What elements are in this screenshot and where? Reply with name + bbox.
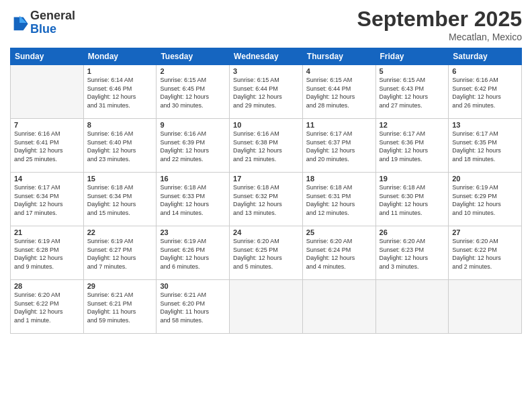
week-row-1: 7Sunrise: 6:16 AM Sunset: 6:41 PM Daylig… xyxy=(11,119,522,173)
day-number: 15 xyxy=(87,175,153,183)
day-cell: 18Sunrise: 6:18 AM Sunset: 6:31 PM Dayli… xyxy=(302,173,375,226)
month-title: September 2025 xyxy=(357,7,522,32)
day-info: Sunrise: 6:16 AM Sunset: 6:38 PM Dayligh… xyxy=(233,130,299,163)
weekday-sunday: Sunday xyxy=(11,48,84,65)
day-cell: 28Sunrise: 6:20 AM Sunset: 6:22 PM Dayli… xyxy=(11,280,84,334)
weekday-header-row: SundayMondayTuesdayWednesdayThursdayFrid… xyxy=(11,48,522,65)
day-cell: 14Sunrise: 6:17 AM Sunset: 6:34 PM Dayli… xyxy=(11,173,84,226)
day-cell: 7Sunrise: 6:16 AM Sunset: 6:41 PM Daylig… xyxy=(11,119,84,173)
day-cell: 25Sunrise: 6:20 AM Sunset: 6:24 PM Dayli… xyxy=(302,226,375,280)
day-info: Sunrise: 6:15 AM Sunset: 6:44 PM Dayligh… xyxy=(233,76,299,109)
day-cell: 1Sunrise: 6:14 AM Sunset: 6:46 PM Daylig… xyxy=(83,65,157,119)
day-info: Sunrise: 6:15 AM Sunset: 6:44 PM Dayligh… xyxy=(306,76,372,109)
day-number: 27 xyxy=(452,228,518,236)
logo-text: General Blue xyxy=(30,9,75,36)
day-number: 7 xyxy=(14,121,80,129)
day-info: Sunrise: 6:18 AM Sunset: 6:30 PM Dayligh… xyxy=(380,183,445,217)
day-cell: 21Sunrise: 6:19 AM Sunset: 6:28 PM Dayli… xyxy=(11,226,84,280)
weekday-thursday: Thursday xyxy=(302,48,375,65)
day-number: 20 xyxy=(452,175,518,183)
day-info: Sunrise: 6:18 AM Sunset: 6:33 PM Dayligh… xyxy=(160,183,226,217)
day-info: Sunrise: 6:18 AM Sunset: 6:34 PM Dayligh… xyxy=(87,183,153,217)
day-info: Sunrise: 6:17 AM Sunset: 6:34 PM Dayligh… xyxy=(14,183,80,217)
day-number: 30 xyxy=(160,282,226,290)
day-cell: 30Sunrise: 6:21 AM Sunset: 6:20 PM Dayli… xyxy=(157,280,230,334)
day-info: Sunrise: 6:21 AM Sunset: 6:20 PM Dayligh… xyxy=(160,291,226,324)
day-info: Sunrise: 6:19 AM Sunset: 6:27 PM Dayligh… xyxy=(87,237,153,271)
week-row-2: 14Sunrise: 6:17 AM Sunset: 6:34 PM Dayli… xyxy=(11,173,522,226)
day-cell: 16Sunrise: 6:18 AM Sunset: 6:33 PM Dayli… xyxy=(157,173,230,226)
day-number: 2 xyxy=(160,67,226,75)
day-cell: 10Sunrise: 6:16 AM Sunset: 6:38 PM Dayli… xyxy=(230,119,303,173)
day-cell: 12Sunrise: 6:17 AM Sunset: 6:36 PM Dayli… xyxy=(375,119,449,173)
day-cell xyxy=(11,65,84,119)
day-info: Sunrise: 6:17 AM Sunset: 6:37 PM Dayligh… xyxy=(306,130,372,163)
page: General Blue September 2025 Mecatlan, Me… xyxy=(0,0,532,411)
day-number: 23 xyxy=(160,228,226,236)
day-info: Sunrise: 6:20 AM Sunset: 6:24 PM Dayligh… xyxy=(306,237,372,271)
day-number: 22 xyxy=(87,228,153,236)
day-number: 17 xyxy=(233,175,299,183)
weekday-monday: Monday xyxy=(83,48,157,65)
title-block: September 2025 Mecatlan, Mexico xyxy=(357,7,522,42)
day-cell xyxy=(375,280,449,334)
day-cell: 13Sunrise: 6:17 AM Sunset: 6:35 PM Dayli… xyxy=(449,119,522,173)
day-cell: 24Sunrise: 6:20 AM Sunset: 6:25 PM Dayli… xyxy=(230,226,303,280)
day-number: 25 xyxy=(306,228,372,236)
day-info: Sunrise: 6:19 AM Sunset: 6:29 PM Dayligh… xyxy=(452,183,518,217)
day-number: 12 xyxy=(380,121,445,129)
day-cell xyxy=(230,280,303,334)
day-number: 26 xyxy=(380,228,445,236)
day-number: 18 xyxy=(306,175,372,183)
day-info: Sunrise: 6:16 AM Sunset: 6:40 PM Dayligh… xyxy=(87,130,153,163)
calendar: SundayMondayTuesdayWednesdayThursdayFrid… xyxy=(10,48,522,334)
day-info: Sunrise: 6:20 AM Sunset: 6:25 PM Dayligh… xyxy=(233,237,299,271)
day-cell: 29Sunrise: 6:21 AM Sunset: 6:21 PM Dayli… xyxy=(83,280,157,334)
week-row-3: 21Sunrise: 6:19 AM Sunset: 6:28 PM Dayli… xyxy=(11,226,522,280)
day-info: Sunrise: 6:19 AM Sunset: 6:28 PM Dayligh… xyxy=(14,237,80,271)
day-cell: 4Sunrise: 6:15 AM Sunset: 6:44 PM Daylig… xyxy=(302,65,375,119)
logo-general: General xyxy=(30,9,75,23)
day-number: 1 xyxy=(87,67,153,75)
day-cell: 2Sunrise: 6:15 AM Sunset: 6:45 PM Daylig… xyxy=(157,65,230,119)
day-number: 9 xyxy=(160,121,226,129)
day-number: 29 xyxy=(87,282,153,290)
day-info: Sunrise: 6:19 AM Sunset: 6:26 PM Dayligh… xyxy=(160,237,226,271)
day-info: Sunrise: 6:20 AM Sunset: 6:22 PM Dayligh… xyxy=(14,291,80,324)
logo: General Blue xyxy=(10,9,75,36)
day-number: 19 xyxy=(380,175,445,183)
weekday-wednesday: Wednesday xyxy=(230,48,303,65)
day-cell: 20Sunrise: 6:19 AM Sunset: 6:29 PM Dayli… xyxy=(449,173,522,226)
day-number: 6 xyxy=(452,67,518,75)
day-cell: 19Sunrise: 6:18 AM Sunset: 6:30 PM Dayli… xyxy=(375,173,449,226)
header: General Blue September 2025 Mecatlan, Me… xyxy=(10,7,522,42)
day-number: 3 xyxy=(233,67,299,75)
day-cell: 15Sunrise: 6:18 AM Sunset: 6:34 PM Dayli… xyxy=(83,173,157,226)
day-info: Sunrise: 6:18 AM Sunset: 6:31 PM Dayligh… xyxy=(306,183,372,217)
day-number: 21 xyxy=(14,228,80,236)
logo-icon xyxy=(10,13,29,32)
day-info: Sunrise: 6:15 AM Sunset: 6:45 PM Dayligh… xyxy=(160,76,226,109)
day-info: Sunrise: 6:20 AM Sunset: 6:23 PM Dayligh… xyxy=(380,237,445,271)
day-info: Sunrise: 6:17 AM Sunset: 6:35 PM Dayligh… xyxy=(452,130,518,163)
day-info: Sunrise: 6:20 AM Sunset: 6:22 PM Dayligh… xyxy=(452,237,518,271)
day-info: Sunrise: 6:16 AM Sunset: 6:41 PM Dayligh… xyxy=(14,130,80,163)
day-info: Sunrise: 6:18 AM Sunset: 6:32 PM Dayligh… xyxy=(233,183,299,217)
day-number: 10 xyxy=(233,121,299,129)
day-number: 13 xyxy=(452,121,518,129)
day-cell: 26Sunrise: 6:20 AM Sunset: 6:23 PM Dayli… xyxy=(375,226,449,280)
day-cell xyxy=(302,280,375,334)
day-cell: 23Sunrise: 6:19 AM Sunset: 6:26 PM Dayli… xyxy=(157,226,230,280)
day-cell: 8Sunrise: 6:16 AM Sunset: 6:40 PM Daylig… xyxy=(83,119,157,173)
day-cell: 27Sunrise: 6:20 AM Sunset: 6:22 PM Dayli… xyxy=(449,226,522,280)
day-cell: 3Sunrise: 6:15 AM Sunset: 6:44 PM Daylig… xyxy=(230,65,303,119)
day-cell: 9Sunrise: 6:16 AM Sunset: 6:39 PM Daylig… xyxy=(157,119,230,173)
day-number: 8 xyxy=(87,121,153,129)
day-cell: 17Sunrise: 6:18 AM Sunset: 6:32 PM Dayli… xyxy=(230,173,303,226)
day-info: Sunrise: 6:17 AM Sunset: 6:36 PM Dayligh… xyxy=(380,130,445,163)
day-number: 5 xyxy=(380,67,445,75)
day-cell: 11Sunrise: 6:17 AM Sunset: 6:37 PM Dayli… xyxy=(302,119,375,173)
day-cell xyxy=(449,280,522,334)
logo-blue: Blue xyxy=(30,23,75,36)
day-info: Sunrise: 6:21 AM Sunset: 6:21 PM Dayligh… xyxy=(87,291,153,324)
